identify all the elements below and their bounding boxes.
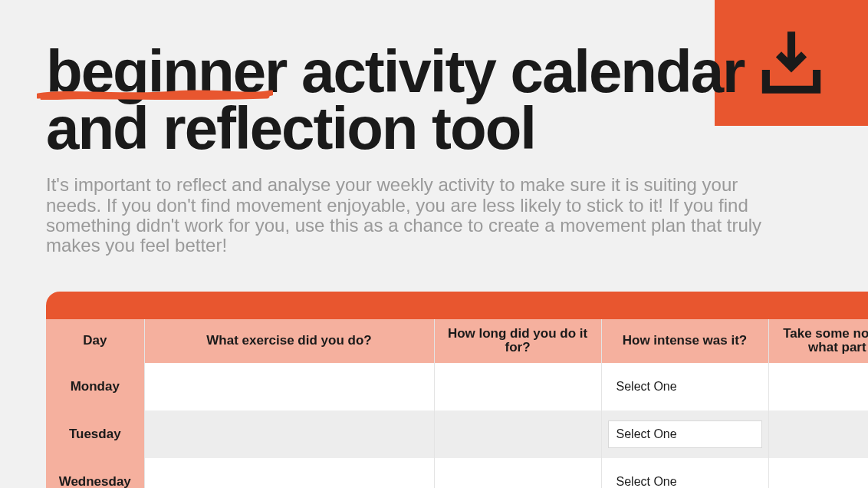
exercise-input[interactable] <box>144 458 434 488</box>
col-header-intensity: How intense was it? <box>601 319 768 363</box>
table-row: Tuesday Select One <box>46 411 868 458</box>
duration-input[interactable] <box>434 458 601 488</box>
intensity-cell: Select One <box>601 363 768 411</box>
notes-input[interactable] <box>768 411 868 458</box>
table-row: Wednesday Select One <box>46 458 868 488</box>
page-subtitle: It's important to reflect and analyse yo… <box>46 175 782 256</box>
notes-input[interactable] <box>768 363 868 411</box>
duration-input[interactable] <box>434 363 601 411</box>
day-label: Monday <box>46 363 144 411</box>
intensity-select[interactable]: Select One <box>608 373 762 401</box>
day-label: Wednesday <box>46 458 144 488</box>
notes-input[interactable] <box>768 458 868 488</box>
day-label: Tuesday <box>46 411 144 458</box>
exercise-input[interactable] <box>144 411 434 458</box>
col-header-duration: How long did you do it for? <box>434 319 601 363</box>
intensity-cell: Select One <box>601 458 768 488</box>
calendar-table-wrap: Day What exercise did you do? How long d… <box>46 292 868 488</box>
duration-input[interactable] <box>434 411 601 458</box>
intensity-select[interactable]: Select One <box>608 468 762 488</box>
col-header-exercise: What exercise did you do? <box>144 319 434 363</box>
intensity-cell: Select One <box>601 411 768 458</box>
col-header-notes: Take some notes on what part of <box>768 319 868 363</box>
table-row: Monday Select One <box>46 363 868 411</box>
intensity-select[interactable]: Select One <box>608 420 762 448</box>
exercise-input[interactable] <box>144 363 434 411</box>
col-header-day: Day <box>46 319 144 363</box>
table-top-bar <box>46 292 868 319</box>
page-title: beginner activity calendar and reflectio… <box>46 43 822 157</box>
calendar-table: Day What exercise did you do? How long d… <box>46 319 868 488</box>
